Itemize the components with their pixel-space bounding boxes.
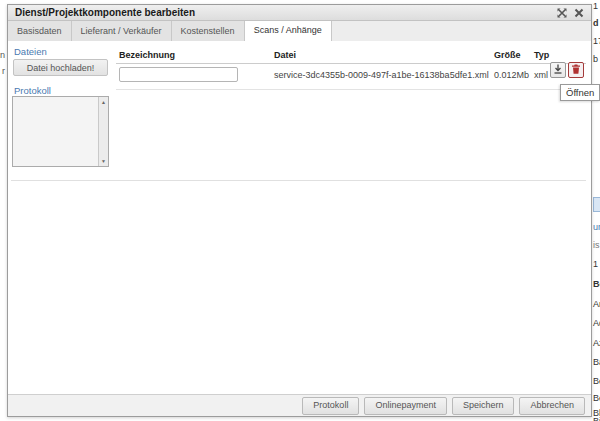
file-name-cell: service-3dc4355b-0009-497f-a1be-16138ba5…: [274, 70, 489, 80]
file-type-cell: xml: [534, 70, 548, 80]
dialog-title: Dienst/Projektkomponente bearbeiten: [8, 5, 591, 20]
background-text-fragment: ur: [593, 222, 600, 233]
trash-icon: [570, 61, 582, 79]
column-header-typ: Typ: [534, 50, 549, 60]
content-divider: [11, 180, 586, 181]
dialog-footer: Protokoll Onlinepayment Speichern Abbrec…: [8, 394, 591, 416]
bezeichnung-input[interactable]: [119, 67, 238, 82]
background-text-fragment: d: [593, 18, 599, 29]
tab-scans-anhaenge[interactable]: Scans / Anhänge: [245, 21, 332, 42]
close-icon: [573, 7, 585, 19]
background-text-fragment: Bi: [593, 416, 600, 421]
scroll-up-icon: ▲: [101, 99, 106, 105]
background-text-fragment: 17: [593, 36, 600, 47]
background-text-fragment: is: [593, 240, 600, 251]
background-text-fragment: 1: [593, 259, 598, 270]
column-header-groesse: Größe: [494, 50, 521, 60]
tab-bar: Basisdaten Lieferant / Verkäufer Kostens…: [8, 21, 591, 42]
upload-file-button[interactable]: Datei hochladen!: [13, 59, 108, 76]
table-row-divider: [116, 89, 586, 90]
background-text-fragment: 1: [593, 1, 598, 12]
file-size-cell: 0.012Mb: [494, 70, 529, 80]
tab-content-scans: Dateien Datei hochladen! Protokoll ▲ ▼ B…: [8, 41, 591, 394]
tooltip-oeffnen: Öffnen: [560, 84, 600, 101]
column-header-datei: Datei: [274, 50, 296, 60]
background-text-fragment: Ba: [593, 357, 600, 368]
column-header-bezeichnung: Bezeichnung: [119, 50, 175, 60]
tab-basisdaten[interactable]: Basisdaten: [8, 21, 72, 41]
tab-lieferant-verkaeufer[interactable]: Lieferant / Verkäufer: [72, 21, 172, 41]
background-text-fragment: Az: [593, 338, 600, 349]
abbrechen-button[interactable]: Abbrechen: [519, 397, 585, 415]
background-text-fragment: An: [593, 299, 600, 310]
protokoll-textarea[interactable]: ▲ ▼: [12, 96, 109, 167]
download-file-button[interactable]: [550, 62, 566, 78]
close-button[interactable]: [573, 7, 585, 19]
background-text-fragment: r: [2, 66, 5, 77]
background-text-fragment: [593, 197, 600, 212]
background-text-fragment: Be: [593, 279, 600, 290]
background-text-fragment: Ad: [593, 318, 600, 329]
dialog-title-bar[interactable]: Dienst/Projektkomponente bearbeiten: [8, 5, 591, 21]
background-text-fragment: Be: [593, 376, 600, 387]
onlinepayment-button[interactable]: Onlinepayment: [364, 397, 447, 415]
scroll-down-icon: ▼: [101, 158, 106, 164]
delete-file-button[interactable]: [568, 62, 584, 78]
textarea-scrollbar[interactable]: ▲ ▼: [98, 97, 108, 166]
table-header-divider: [116, 63, 586, 64]
protokoll-button[interactable]: Protokoll: [302, 397, 359, 415]
section-title-protokoll: Protokoll: [14, 85, 51, 96]
edit-service-dialog: Dienst/Projektkomponente bearbeiten Basi…: [7, 4, 592, 417]
download-icon: [552, 61, 564, 79]
tab-kostenstellen[interactable]: Kostenstellen: [172, 21, 245, 41]
maximize-button[interactable]: [556, 7, 568, 19]
background-text-fragment: b: [593, 54, 598, 65]
background-text-fragment: n: [0, 50, 5, 61]
maximize-icon: [556, 7, 568, 19]
section-title-dateien: Dateien: [14, 46, 47, 57]
background-text-fragment: Be: [593, 393, 600, 404]
speichern-button[interactable]: Speichern: [452, 397, 515, 415]
